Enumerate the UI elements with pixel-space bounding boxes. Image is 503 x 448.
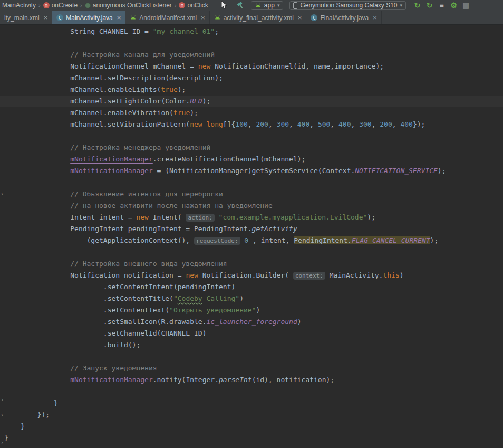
code-token: , [309, 120, 318, 128]
misc-icon[interactable]: ▤ [460, 1, 472, 9]
code-line[interactable] [0, 351, 503, 363]
code-line[interactable]: mChannel.setDescription(description); [0, 72, 503, 84]
breadcrumb-item[interactable]: monClick [179, 2, 208, 9]
code-line[interactable]: .setContentText("Открыть уведомление") [0, 304, 503, 316]
code-token: } [4, 399, 58, 407]
code-line[interactable]: } [0, 397, 503, 409]
code-line[interactable]: String CHANNEL_ID = "my_channel_01"; [0, 26, 503, 37]
close-icon[interactable]: × [373, 14, 377, 21]
code-token: this [383, 271, 399, 279]
anonymous-class-icon [85, 3, 91, 8]
java-class-icon: C [56, 14, 63, 21]
tab-label: ity_main.xml [4, 14, 40, 22]
apply-code-changes-icon[interactable]: ↻ [423, 1, 436, 9]
sync-icon[interactable]: ⚙ [448, 1, 460, 9]
code-token: mChannel.enableVibration( [4, 109, 173, 117]
breadcrumb-item[interactable]: MainActivity [2, 2, 36, 9]
code-line[interactable]: Notification notification = new Notifica… [0, 270, 503, 281]
code-token: 200 [380, 120, 392, 128]
code-line[interactable] [0, 37, 503, 49]
tab-activity-final-acttivity-xml[interactable]: activity_final_acttivity.xml× [210, 11, 307, 24]
android-file-icon [130, 15, 137, 21]
code-token: ); [190, 109, 198, 117]
fold-marker-icon[interactable]: › [1, 192, 5, 197]
close-icon[interactable]: × [117, 14, 121, 21]
mouse-cursor-icon [221, 1, 228, 10]
code-token: true [161, 85, 177, 93]
tab-androidmanifest-xml[interactable]: AndroidManifest.xml× [125, 11, 209, 24]
code-token: mChannel.enableLights( [4, 85, 161, 93]
code-line[interactable]: mNotificationManager.createNotificationC… [0, 154, 503, 165]
close-icon[interactable]: × [44, 14, 48, 21]
code-token: ) [256, 306, 260, 314]
code-token: Codeby [178, 294, 202, 302]
code-line[interactable]: // на новое активити после нажатия на ув… [0, 200, 503, 212]
code-line[interactable]: mNotificationManager.notify(Integer.pars… [0, 374, 503, 386]
code-token: ); [202, 97, 211, 105]
code-line[interactable]: Intent intent = new Intent( action: "com… [0, 212, 503, 223]
parameter-hint: requestCode: [194, 237, 240, 245]
code-editor[interactable]: String CHANNEL_ID = "my_channel_01"; // … [0, 25, 503, 448]
chevron-down-icon: ▾ [400, 3, 403, 8]
code-line[interactable]: }); [0, 409, 503, 421]
code-line[interactable]: // Запуск уведомления [0, 363, 503, 374]
code-line[interactable] [0, 386, 503, 397]
code-line[interactable]: } [0, 432, 503, 444]
profiler-icon[interactable]: ≡ [436, 1, 448, 9]
run-config-select[interactable]: app ▾ [251, 1, 284, 10]
android-file-icon [214, 15, 221, 21]
breadcrumb-separator: › [175, 2, 177, 8]
parameter-hint: action: [186, 214, 214, 222]
device-label: Genymotion Samsung Galaxy S10 [300, 2, 397, 9]
code-token: ); [178, 85, 186, 93]
code-line[interactable]: (getApplicationContext(), requestCode: 0… [0, 235, 503, 246]
code-token: 400 [297, 120, 309, 128]
breadcrumb-item[interactable]: monCreate [43, 2, 78, 9]
code-token: 100 [235, 120, 247, 128]
code-token: }); [413, 120, 425, 128]
code-line[interactable]: .setSmallIcon(R.drawable.ic_launcher_for… [0, 316, 503, 328]
code-token: Notification notification = [4, 271, 186, 279]
code-line[interactable] [0, 246, 503, 258]
code-token: mNotificationManager [70, 376, 153, 384]
fold-marker-icon[interactable]: › [1, 440, 5, 445]
code-line[interactable]: // Настройка внешнего вида уведомления [0, 258, 503, 270]
code-line[interactable]: // Обьявление интентов для переброски [0, 188, 503, 200]
tab-finalacttivity-java[interactable]: CFinalActtivity.java× [306, 11, 381, 24]
fold-marker-icon[interactable]: › [1, 397, 5, 403]
code-line[interactable]: // Настройка канала для уведомлений [0, 49, 503, 61]
code-line[interactable]: .setContentTitle("Codeby Calling") [0, 293, 503, 304]
breadcrumb-item[interactable]: anonymous OnClickListener [85, 2, 172, 9]
code-line[interactable]: mNotificationManager = (NotificationMana… [0, 165, 503, 177]
apply-changes-icon[interactable]: ↻ [411, 1, 423, 9]
code-token: Intent( [149, 213, 186, 221]
code-line[interactable]: mChannel.enableVibration(true); [0, 107, 503, 119]
code-token: 200 [256, 120, 268, 128]
breadcrumb-separator: › [80, 2, 82, 8]
tab-mainactivity-java[interactable]: CMainActivity.java× [52, 11, 125, 24]
code-line[interactable]: PendingIntent pendingIntent = PendingInt… [0, 223, 503, 235]
code-token: 300 [359, 120, 371, 128]
code-token: true [173, 109, 190, 117]
code-token: , [351, 120, 360, 128]
tab-ity-main-xml[interactable]: ity_main.xml× [0, 11, 52, 24]
code-line[interactable]: mChannel.enableLights(true); [0, 84, 503, 96]
code-line[interactable]: .build(); [0, 339, 503, 351]
code-line[interactable] [0, 130, 503, 142]
code-line[interactable]: mChannel.setLightColor(Color.RED); [0, 96, 503, 107]
code-line[interactable] [0, 177, 503, 188]
fold-marker-icon[interactable]: › [1, 413, 5, 418]
code-token [215, 213, 219, 221]
build-hammer-icon[interactable] [237, 2, 245, 9]
code-line[interactable]: .setChannelId(CHANNEL_ID) [0, 328, 503, 339]
device-select[interactable]: Genymotion Samsung Galaxy S10 ▾ [289, 1, 406, 10]
close-icon[interactable]: × [298, 14, 302, 21]
tab-label: AndroidManifest.xml [139, 14, 197, 22]
code-token: ; [215, 27, 219, 35]
code-line[interactable]: mChannel.setVibrationPattern(new long[]{… [0, 119, 503, 130]
close-icon[interactable]: × [201, 14, 205, 21]
code-line[interactable]: // Настройка менеджера уведомлений [0, 142, 503, 154]
code-line[interactable]: } [0, 421, 503, 432]
code-line[interactable]: NotificationChannel mChannel = new Notif… [0, 61, 503, 72]
code-line[interactable]: .setContentIntent(pendingIntent) [0, 281, 503, 293]
